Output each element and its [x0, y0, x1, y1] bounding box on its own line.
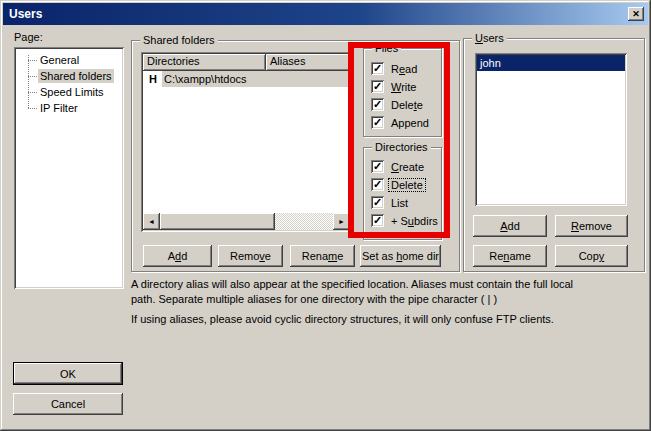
- ok-button[interactable]: OK: [13, 362, 123, 385]
- checkbox-icon: ✓: [371, 196, 384, 209]
- directory-row[interactable]: H C:\xampp\htdocs: [143, 71, 350, 87]
- checkbox-dirs-delete[interactable]: ✓ Delete: [371, 178, 425, 191]
- title-bar[interactable]: Users ✕: [3, 3, 648, 25]
- directory-path: C:\xampp\htdocs: [162, 71, 350, 87]
- checkbox-files-write[interactable]: ✓ Write: [371, 80, 418, 93]
- add-directory-button[interactable]: Add: [143, 245, 212, 267]
- add-user-button[interactable]: Add: [473, 215, 547, 237]
- scrollbar-thumb[interactable]: [160, 213, 275, 230]
- shared-folders-group-label: Shared folders: [140, 34, 218, 46]
- arrow-right-icon: ►: [338, 218, 345, 225]
- checkbox-dirs-create[interactable]: ✓ Create: [371, 160, 426, 173]
- listview-header: Directories Aliases: [143, 54, 350, 71]
- page-tree: General Shared folders Speed Limits IP F…: [14, 47, 124, 289]
- check-icon: ✓: [373, 161, 382, 172]
- scrollbar-track[interactable]: [275, 213, 333, 230]
- tree-item-general[interactable]: General: [22, 52, 124, 68]
- tree-item-label: IP Filter: [38, 101, 80, 115]
- check-icon: ✓: [373, 197, 382, 208]
- check-icon: ✓: [373, 215, 382, 226]
- scroll-left-button[interactable]: ◄: [143, 213, 160, 230]
- users-group-label: Users: [472, 32, 507, 44]
- user-row-john[interactable]: john: [477, 55, 625, 71]
- checkbox-icon: ✓: [371, 80, 384, 93]
- checkbox-dirs-list[interactable]: ✓ List: [371, 196, 410, 209]
- check-icon: ✓: [373, 179, 382, 190]
- checkbox-files-delete[interactable]: ✓ Delete: [371, 98, 425, 111]
- check-icon: ✓: [373, 99, 382, 110]
- alias-note-line1: A directory alias will also appear at th…: [131, 278, 573, 290]
- arrow-left-icon: ◄: [148, 218, 155, 225]
- home-indicator: H: [143, 71, 162, 87]
- close-button[interactable]: ✕: [628, 7, 644, 21]
- column-header-aliases[interactable]: Aliases: [266, 54, 350, 71]
- check-icon: ✓: [373, 117, 382, 128]
- tree-item-ip-filter[interactable]: IP Filter: [22, 100, 124, 116]
- remove-directory-button[interactable]: Remove: [218, 245, 283, 267]
- close-icon: ✕: [632, 10, 640, 19]
- set-as-home-dir-button[interactable]: Set as home dir: [360, 245, 441, 267]
- check-icon: ✓: [373, 81, 382, 92]
- checkbox-icon: ✓: [371, 178, 384, 191]
- users-dialog: Users ✕ Page: General Shared folders Spe…: [0, 0, 651, 431]
- page-label: Page:: [14, 31, 43, 43]
- tree-item-label: General: [38, 53, 81, 67]
- checkbox-icon: ✓: [371, 160, 384, 173]
- rename-directory-button[interactable]: Rename: [290, 245, 355, 267]
- checkbox-icon: ✓: [371, 214, 384, 227]
- cancel-button[interactable]: Cancel: [13, 393, 123, 415]
- rename-user-button[interactable]: Rename: [473, 245, 547, 267]
- checkbox-icon: ✓: [371, 98, 384, 111]
- alias-note-line3: If using aliases, please avoid cyclic di…: [131, 313, 554, 325]
- files-group-label: Files: [372, 42, 401, 54]
- tree-item-speed-limits[interactable]: Speed Limits: [22, 84, 124, 100]
- checkbox-icon: ✓: [371, 116, 384, 129]
- tree-item-label: Shared folders: [38, 69, 114, 83]
- user-name: john: [480, 57, 501, 69]
- copy-user-button[interactable]: Copy: [555, 245, 628, 267]
- column-header-directories[interactable]: Directories: [143, 54, 266, 71]
- checkbox-icon: ✓: [371, 62, 384, 75]
- window-title: Users: [3, 7, 42, 21]
- checkbox-dirs-subdirs[interactable]: ✓ + Subdirs: [371, 214, 440, 227]
- tree-item-shared-folders[interactable]: Shared folders: [22, 68, 124, 84]
- check-icon: ✓: [373, 63, 382, 74]
- directories-group-label: Directories: [372, 141, 431, 153]
- scroll-right-button[interactable]: ►: [333, 213, 350, 230]
- horizontal-scrollbar[interactable]: ◄ ►: [143, 213, 350, 230]
- directories-listview: Directories Aliases H C:\xampp\htdocs ◄ …: [141, 52, 352, 232]
- users-list: john: [475, 53, 627, 206]
- alias-note-line2: path. Separate multiple aliases for one …: [131, 293, 497, 305]
- tree-item-label: Speed Limits: [38, 85, 106, 99]
- remove-user-button[interactable]: Remove: [555, 215, 628, 237]
- checkbox-files-read[interactable]: ✓ Read: [371, 62, 419, 75]
- checkbox-files-append[interactable]: ✓ Append: [371, 116, 431, 129]
